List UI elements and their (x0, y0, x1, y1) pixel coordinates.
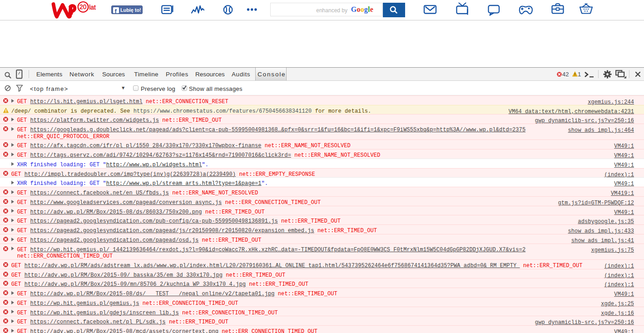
svg-text:20: 20 (79, 4, 87, 10)
svg-text:lat: lat (89, 4, 96, 11)
